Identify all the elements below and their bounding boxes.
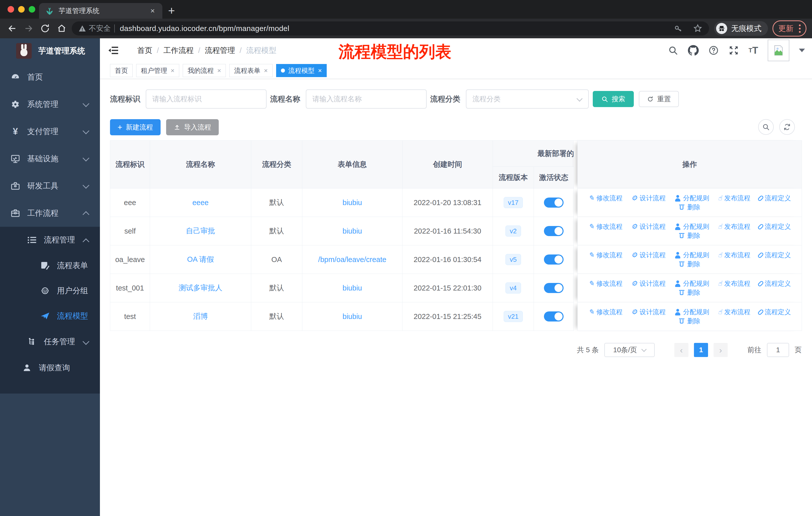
form-info-link[interactable]: /bpm/oa/leave/create <box>318 255 386 264</box>
window-zoom-button[interactable] <box>29 6 35 12</box>
action-assign-rule-link[interactable]: 分配规则 <box>674 222 709 231</box>
action-modify-link[interactable]: 修改流程 <box>588 279 623 288</box>
process-name-link[interactable]: 自己审批 <box>186 227 215 235</box>
action-delete-link[interactable]: 删除 <box>679 260 700 269</box>
version-badge[interactable]: v21 <box>504 311 523 322</box>
sidebar-collapse-icon[interactable] <box>108 45 119 57</box>
version-badge[interactable]: v17 <box>504 197 523 208</box>
breadcrumb-workflow[interactable]: 工作流程 <box>163 45 194 56</box>
process-name-link[interactable]: eeee <box>192 198 209 207</box>
sidebar-item-workflow[interactable]: 工作流程 <box>0 199 100 227</box>
refresh-table-button[interactable] <box>779 119 795 135</box>
header-search-icon[interactable] <box>668 45 678 55</box>
reload-icon[interactable] <box>38 22 52 35</box>
action-publish-link[interactable]: 发布流程 <box>718 194 750 202</box>
sidebar-item-payment[interactable]: ¥ 支付管理 <box>0 118 100 145</box>
tag-my-process[interactable]: 我的流程× <box>183 64 226 77</box>
sidebar-item-devtools[interactable]: 研发工具 <box>0 172 100 199</box>
active-toggle[interactable] <box>544 254 563 265</box>
action-design-link[interactable]: 设计流程 <box>631 222 666 231</box>
tag-tenant[interactable]: 租户管理× <box>136 64 179 77</box>
avatar-caret-icon[interactable] <box>799 49 805 52</box>
tag-home[interactable]: 首页 <box>110 64 133 77</box>
create-process-button[interactable]: + 新建流程 <box>110 119 161 135</box>
form-info-link[interactable]: biubiu <box>343 284 362 292</box>
action-publish-link[interactable]: 发布流程 <box>718 222 750 231</box>
action-definition-link[interactable]: 流程定义 <box>759 308 791 317</box>
action-publish-link[interactable]: 发布流程 <box>718 308 750 317</box>
action-assign-rule-link[interactable]: 分配规则 <box>674 251 709 260</box>
action-design-link[interactable]: 设计流程 <box>631 194 666 202</box>
font-size-icon[interactable]: TT <box>749 45 758 56</box>
version-badge[interactable]: v2 <box>505 225 521 237</box>
action-modify-link[interactable]: 修改流程 <box>588 222 623 231</box>
sidebar-item-infra[interactable]: 基础设施 <box>0 145 100 172</box>
sidebar-item-user-group[interactable]: 用户分组 <box>0 278 100 303</box>
form-info-link[interactable]: biubiu <box>343 313 362 321</box>
sidebar-item-home[interactable]: 首页 <box>0 63 100 91</box>
sidebar-item-process-model[interactable]: 流程模型 <box>0 303 100 329</box>
back-icon[interactable] <box>5 22 19 35</box>
url-text[interactable]: dashboard.yudao.iocoder.cn/bpm/manager/m… <box>120 24 674 33</box>
browser-update-button[interactable]: 更新 <box>773 20 807 36</box>
action-assign-rule-link[interactable]: 分配规则 <box>674 279 709 288</box>
forward-icon[interactable] <box>22 22 35 35</box>
prev-page-button[interactable]: ‹ <box>674 343 689 357</box>
form-info-link[interactable]: biubiu <box>343 227 362 235</box>
action-delete-link[interactable]: 删除 <box>679 317 700 326</box>
version-badge[interactable]: v5 <box>505 254 521 265</box>
action-publish-link[interactable]: 发布流程 <box>718 251 750 260</box>
sidebar-item-leave-query[interactable]: 请假查询 <box>0 355 100 381</box>
goto-page-input[interactable] <box>767 343 789 357</box>
home-icon[interactable] <box>55 22 68 35</box>
active-toggle[interactable] <box>544 197 563 208</box>
process-name-link[interactable]: OA 请假 <box>187 255 214 263</box>
window-close-button[interactable] <box>7 6 14 12</box>
password-key-icon[interactable] <box>674 24 683 33</box>
sidebar-item-process-mgmt[interactable]: 流程管理 <box>0 227 100 253</box>
close-icon[interactable]: × <box>318 67 322 75</box>
close-icon[interactable]: × <box>217 67 221 75</box>
close-icon[interactable]: × <box>171 67 174 75</box>
user-avatar[interactable] <box>768 39 789 61</box>
action-design-link[interactable]: 设计流程 <box>631 251 666 260</box>
current-page-button[interactable]: 1 <box>694 343 708 357</box>
action-publish-link[interactable]: 发布流程 <box>718 279 750 288</box>
action-definition-link[interactable]: 流程定义 <box>759 279 791 288</box>
action-design-link[interactable]: 设计流程 <box>631 308 666 317</box>
tag-process-form[interactable]: 流程表单× <box>229 64 272 77</box>
search-button[interactable]: 搜索 <box>593 91 634 107</box>
bookmark-star-icon[interactable] <box>693 24 702 33</box>
process-name-input[interactable] <box>306 89 427 109</box>
fullscreen-icon[interactable] <box>728 45 739 56</box>
window-minimize-button[interactable] <box>18 6 25 12</box>
github-icon[interactable] <box>688 45 699 56</box>
action-definition-link[interactable]: 流程定义 <box>759 222 791 231</box>
tag-process-model[interactable]: 流程模型× <box>276 64 327 77</box>
page-size-select[interactable]: 10条/页 <box>604 343 655 357</box>
url-bar[interactable]: 不安全 dashboard.yudao.iocoder.cn/bpm/manag… <box>72 21 709 35</box>
sidebar-item-process-form[interactable]: 流程表单 <box>0 253 100 278</box>
process-category-select[interactable]: 流程分类 <box>466 89 589 109</box>
sidebar-item-system[interactable]: 系统管理 <box>0 91 100 118</box>
action-assign-rule-link[interactable]: 分配规则 <box>674 308 709 317</box>
new-tab-button[interactable]: + <box>168 3 175 18</box>
browser-tab[interactable]: 芋道管理系统 × <box>39 3 162 19</box>
action-delete-link[interactable]: 删除 <box>679 231 700 240</box>
action-assign-rule-link[interactable]: 分配规则 <box>674 194 709 202</box>
process-name-link[interactable]: 滔博 <box>193 312 208 320</box>
form-info-link[interactable]: biubiu <box>343 198 362 207</box>
action-delete-link[interactable]: 删除 <box>679 203 700 212</box>
active-toggle[interactable] <box>544 226 563 236</box>
tab-close-icon[interactable]: × <box>149 6 156 15</box>
show-search-toggle-button[interactable] <box>758 119 774 135</box>
action-modify-link[interactable]: 修改流程 <box>588 308 623 317</box>
help-icon[interactable] <box>708 45 719 56</box>
action-modify-link[interactable]: 修改流程 <box>588 251 623 260</box>
process-id-input[interactable] <box>146 89 266 109</box>
action-design-link[interactable]: 设计流程 <box>631 279 666 288</box>
close-icon[interactable]: × <box>264 67 267 75</box>
version-badge[interactable]: v4 <box>505 282 521 294</box>
action-definition-link[interactable]: 流程定义 <box>759 194 791 202</box>
breadcrumb-home[interactable]: 首页 <box>137 45 152 56</box>
